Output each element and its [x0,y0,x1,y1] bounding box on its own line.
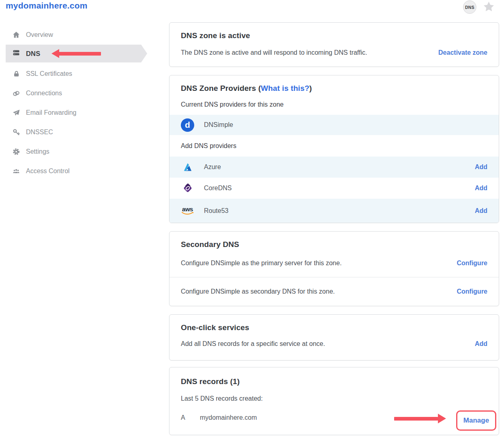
provider-name: Azure [204,163,465,171]
add-coredns-link[interactable]: Add [475,185,487,192]
sidebar-item-dnssec[interactable]: DNSSEC [12,127,53,137]
sidebar-item-label: Overview [26,31,53,39]
secondary-dns-row: Configure DNSimple as secondary DNS for … [169,277,499,306]
provider-name: DNSimple [204,121,487,129]
sidebar-item-label: Connections [26,90,62,97]
lock-icon [12,70,20,78]
record-name: mydomainhere.com [200,414,257,421]
paper-plane-icon [12,109,20,117]
deactivate-zone-link[interactable]: Deactivate zone [438,49,487,56]
add-route53-link[interactable]: Add [475,207,487,215]
secondary-dns-card: Secondary DNS Configure DNSimple as the … [169,231,499,306]
dns-zone-providers-card: DNS Zone Providers (What is this?) Curre… [169,75,499,223]
page-title: mydomainhere.com [6,1,88,11]
card-title: DNS Zone Providers (What is this?) [181,84,487,93]
sidebar-item-label: Access Control [26,167,70,175]
sidebar-item-label: Settings [26,148,49,155]
row-text: Configure DNSimple as the primary server… [181,260,342,267]
sidebar-item-label: SSL Certificates [26,70,72,77]
card-title: DNS records (1) [181,377,487,386]
sidebar-item-settings[interactable]: Settings [12,147,49,157]
route53-aws-logo: aws [181,206,194,215]
provider-name: CoreDNS [204,185,465,192]
manage-records-link[interactable]: Manage [463,417,489,425]
dns-badge-label: DNS [465,5,474,10]
dnsimple-logo: d [181,118,194,132]
key-icon [12,128,20,136]
card-title: DNS zone is active [181,31,487,40]
add-service-link[interactable]: Add [475,340,487,348]
azure-logo [181,162,194,173]
one-click-description: Add all DNS records for a specific servi… [181,340,325,348]
star-favorite-icon[interactable] [483,0,495,15]
card-title: Secondary DNS [181,240,487,249]
sidebar-item-dns[interactable]: DNS [6,45,147,62]
provider-row-azure: Azure Add [169,157,499,178]
provider-row-route53: aws Route53 Add [169,199,499,223]
configure-secondary-link[interactable]: Configure [457,288,487,295]
dns-records-card: DNS records (1) Last 5 DNS records creat… [169,367,499,435]
one-click-services-card: One-click services Add all DNS records f… [169,314,499,361]
zone-status-description: The DNS zone is active and will respond … [181,49,367,56]
dns-record-row: A mydomainhere.com [181,414,257,421]
provider-name: Route53 [204,207,465,215]
provider-row-coredns: CoreDNS Add [169,178,499,199]
sidebar-item-connections[interactable]: Connections [12,88,62,98]
dns-management-page: mydomainhere.com DNS Overview DNS [0,0,504,438]
card-title-text: DNS Zone Providers ( [181,84,261,92]
configure-primary-link[interactable]: Configure [457,260,487,267]
coredns-logo [181,182,194,194]
users-icon [12,167,20,175]
dns-badge: DNS [463,0,476,14]
records-subtitle: Last 5 DNS records created: [181,395,487,402]
card-title-text: ) [309,84,312,92]
gear-icon [12,148,20,156]
sidebar-item-email-forwarding[interactable]: Email Forwarding [12,108,76,118]
add-azure-link[interactable]: Add [475,163,487,171]
manage-button-highlight: Manage [456,410,496,431]
card-title: One-click services [181,323,487,332]
sidebar-item-access-control[interactable]: Access Control [12,166,70,176]
sidebar-item-overview[interactable]: Overview [12,30,53,40]
sidebar-item-label: DNS [26,50,40,58]
sidebar-item-label: Email Forwarding [26,109,76,116]
what-is-this-link[interactable]: What is this? [261,84,309,92]
link-icon [12,89,20,97]
sidebar-item-ssl-certificates[interactable]: SSL Certificates [12,69,72,79]
primary-server-row: Configure DNSimple as the primary server… [169,249,499,277]
dns-stack-icon [12,49,20,58]
row-text: Configure DNSimple as secondary DNS for … [181,288,335,295]
dns-zone-status-card: DNS zone is active The DNS zone is activ… [169,22,499,67]
home-icon [12,31,20,39]
current-providers-label: Current DNS providers for this zone [181,101,487,108]
provider-row-dnsimple: d DNSimple [169,115,499,135]
sidebar-item-label: DNSSEC [26,129,53,136]
annotation-arrow-manage [394,414,447,423]
record-type: A [181,414,200,421]
add-providers-label: Add DNS providers [169,135,499,157]
